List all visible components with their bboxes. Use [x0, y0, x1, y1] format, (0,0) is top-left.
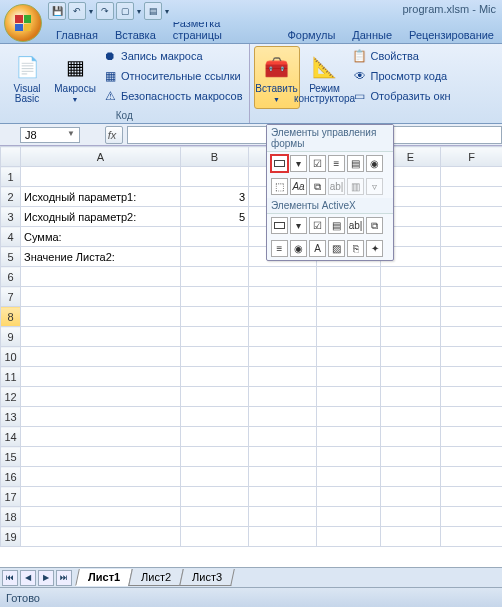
cell[interactable] [249, 467, 317, 487]
cell[interactable] [249, 287, 317, 307]
row-header[interactable]: 2 [1, 187, 21, 207]
record-macro-button[interactable]: ⏺Запись макроса [100, 46, 245, 66]
ax-textbox-control[interactable]: ab| [347, 217, 364, 234]
cell[interactable] [317, 467, 381, 487]
qat-dropdown-icon[interactable]: ▾ [88, 7, 94, 16]
qat-dropdown2-icon[interactable]: ▾ [136, 7, 142, 16]
cell[interactable] [441, 167, 503, 187]
cell[interactable] [381, 467, 441, 487]
tab-data[interactable]: Данные [344, 26, 400, 43]
form-listbox-control[interactable]: ▤ [347, 155, 364, 172]
cell[interactable] [441, 207, 503, 227]
cell[interactable] [441, 187, 503, 207]
cell[interactable] [181, 267, 249, 287]
cell[interactable] [441, 487, 503, 507]
cell[interactable] [317, 407, 381, 427]
cell[interactable] [381, 427, 441, 447]
row-header[interactable]: 5 [1, 247, 21, 267]
cell[interactable] [181, 287, 249, 307]
row-header[interactable]: 9 [1, 327, 21, 347]
form-scrollbar-control[interactable]: ⧉ [309, 178, 326, 195]
cell[interactable] [21, 167, 181, 187]
tab-review[interactable]: Рецензирование [401, 26, 502, 43]
name-box[interactable]: J8▼ [20, 127, 80, 143]
cell[interactable] [249, 267, 317, 287]
worksheet-grid[interactable]: A B C D E F 12Исходный параметр1:33Исход… [0, 146, 502, 547]
cell[interactable] [249, 407, 317, 427]
cell[interactable] [21, 287, 181, 307]
row-header[interactable]: 18 [1, 507, 21, 527]
cell[interactable] [381, 387, 441, 407]
col-header-B[interactable]: B [181, 147, 249, 167]
cell[interactable]: Исходный параметр2: [21, 207, 181, 227]
cell[interactable] [21, 487, 181, 507]
cell[interactable] [21, 527, 181, 547]
cell[interactable] [317, 347, 381, 367]
view-code-button[interactable]: 👁Просмотр кода [350, 66, 453, 86]
tab-formulas[interactable]: Формулы [279, 26, 343, 43]
col-header-F[interactable]: F [441, 147, 503, 167]
form-button-control[interactable] [271, 155, 288, 172]
select-all-corner[interactable] [1, 147, 21, 167]
cell[interactable] [317, 507, 381, 527]
cell[interactable] [181, 427, 249, 447]
relative-refs-button[interactable]: ▦Относительные ссылки [100, 66, 245, 86]
qat-undo-icon[interactable]: ↶ [68, 2, 86, 20]
qat-extra2-icon[interactable]: ▤ [144, 2, 162, 20]
cell[interactable] [21, 367, 181, 387]
next-sheet-button[interactable]: ▶ [38, 570, 54, 586]
form-combo-control[interactable]: ▾ [290, 155, 307, 172]
tab-insert[interactable]: Вставка [107, 26, 164, 43]
office-button[interactable] [4, 4, 42, 42]
cell[interactable] [441, 267, 503, 287]
cell[interactable] [181, 487, 249, 507]
macro-security-button[interactable]: ⚠Безопасность макросов [100, 86, 245, 106]
cell[interactable]: 5 [181, 207, 249, 227]
cell[interactable] [381, 347, 441, 367]
cell[interactable] [441, 387, 503, 407]
cell[interactable] [181, 507, 249, 527]
qat-save-icon[interactable]: 💾 [48, 2, 66, 20]
cell[interactable]: Сумма: [21, 227, 181, 247]
form-spinner-control[interactable]: ≡ [328, 155, 345, 172]
ax-listbox-control[interactable]: ▤ [328, 217, 345, 234]
macros-button[interactable]: ▦ Макросы ▼ [52, 46, 98, 109]
cell[interactable] [21, 467, 181, 487]
row-header[interactable]: 4 [1, 227, 21, 247]
cell[interactable] [181, 527, 249, 547]
run-dialog-button[interactable]: ▭Отобразить окн [350, 86, 453, 106]
row-header[interactable]: 1 [1, 167, 21, 187]
form-combo-list-control[interactable]: ▥ [347, 178, 364, 195]
cell[interactable] [181, 327, 249, 347]
cell[interactable] [181, 447, 249, 467]
cell[interactable] [249, 507, 317, 527]
cell[interactable] [21, 507, 181, 527]
col-header-A[interactable]: A [21, 147, 181, 167]
row-header[interactable]: 11 [1, 367, 21, 387]
row-header[interactable]: 13 [1, 407, 21, 427]
cell[interactable] [249, 347, 317, 367]
cell[interactable] [441, 507, 503, 527]
row-header[interactable]: 8 [1, 307, 21, 327]
cell[interactable] [441, 447, 503, 467]
cell[interactable] [317, 427, 381, 447]
cell[interactable] [317, 387, 381, 407]
last-sheet-button[interactable]: ⏭ [56, 570, 72, 586]
cell[interactable] [441, 247, 503, 267]
ax-option-control[interactable]: ◉ [290, 240, 307, 257]
cell[interactable] [249, 447, 317, 467]
cell[interactable]: 3 [181, 187, 249, 207]
cell[interactable] [181, 387, 249, 407]
cell[interactable] [441, 347, 503, 367]
cell[interactable] [249, 527, 317, 547]
form-checkbox-control[interactable]: ☑ [309, 155, 326, 172]
cell[interactable] [381, 367, 441, 387]
sheet-tab-1[interactable]: Лист1 [75, 569, 133, 586]
design-mode-button[interactable]: 📐 Режим конструктора [302, 46, 348, 109]
cell[interactable] [249, 427, 317, 447]
cell[interactable] [381, 267, 441, 287]
cell[interactable] [317, 267, 381, 287]
cell[interactable] [441, 287, 503, 307]
cell[interactable] [317, 307, 381, 327]
row-header[interactable]: 3 [1, 207, 21, 227]
